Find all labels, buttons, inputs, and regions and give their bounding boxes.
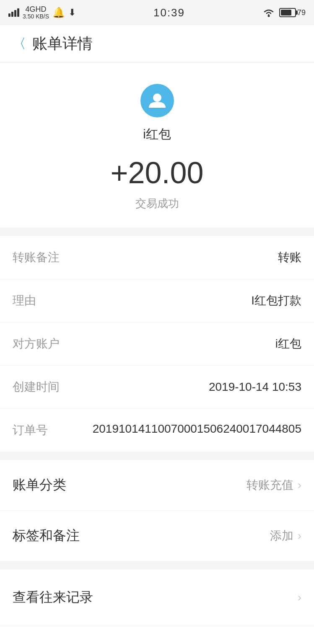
speed-text: 3.50 KB/S [23,13,49,20]
tag-right: 添加 › [270,528,301,544]
tag-value: 添加 [270,528,293,544]
remark-label: 转账备注 [13,249,63,265]
chevron-right-icon-3: › [298,591,301,604]
merchant-avatar [140,84,174,117]
tag-label: 标签和备注 [13,527,80,545]
top-section: i红包 +20.00 交易成功 [0,63,314,228]
orderid-label: 订单号 [13,422,54,438]
header: 〈 账单详情 [0,25,314,63]
counterparty-value: i红包 [275,336,301,352]
merchant-name: i红包 [143,126,171,143]
detail-row-counterparty: 对方账户 i红包 [0,322,314,366]
status-right: 79 [262,8,306,17]
transaction-amount: +20.00 [110,156,203,190]
time-display: 10:39 [153,6,185,19]
svg-point-0 [267,15,270,17]
history-label: 查看往来记录 [13,588,93,607]
detail-section: 转账备注 转账 理由 I红包打款 对方账户 i红包 创建时间 2019-10-1… [0,236,314,452]
battery-container: 79 [279,8,306,17]
time-label: 创建时间 [13,379,63,395]
reason-value: I红包打款 [251,293,301,309]
detail-row-remark: 转账备注 转账 [0,236,314,279]
status-bar: 4GHD 3.50 KB/S 🔔 ⬇ 10:39 79 [0,0,314,25]
action-section: 账单分类 转账充值 › 标签和备注 添加 › [0,460,314,561]
back-arrow-icon: 〈 [13,35,26,53]
remark-value: 转账 [278,249,301,265]
battery-box [279,8,296,17]
signal-icon [8,8,19,17]
time-value: 2019-10-14 10:53 [209,380,301,394]
category-right: 转账充值 › [247,477,301,493]
detail-row-time: 创建时间 2019-10-14 10:53 [0,366,314,409]
download-icon: ⬇ [68,7,76,18]
status-left: 4GHD 3.50 KB/S 🔔 ⬇ [8,5,76,20]
action-row-tag[interactable]: 标签和备注 添加 › [0,511,314,561]
links-section: 查看往来记录 › 对此订单有疑问 › [0,569,314,644]
battery-text: 79 [297,8,306,17]
link-row-dispute[interactable]: 对此订单有疑问 › [0,626,314,644]
category-value: 转账充值 [247,477,293,493]
detail-row-reason: 理由 I红包打款 [0,279,314,322]
network-text: 4GHD [26,5,47,13]
reason-label: 理由 [13,293,63,309]
wifi-icon [262,8,275,17]
battery-fill [281,10,291,16]
svg-point-1 [153,93,161,102]
chevron-right-icon-2: › [298,529,301,543]
bell-icon: 🔔 [52,7,65,18]
link-row-history[interactable]: 查看往来记录 › [0,569,314,626]
action-row-category[interactable]: 账单分类 转账充值 › [0,460,314,511]
detail-row-orderid: 订单号 20191014110070001506240017044805 [0,409,314,452]
transaction-status: 交易成功 [135,196,179,211]
orderid-value: 20191014110070001506240017044805 [63,422,301,436]
page-title: 账单详情 [32,34,93,54]
person-icon [147,90,168,111]
category-label: 账单分类 [13,476,66,494]
back-button[interactable]: 〈 [13,35,26,53]
chevron-right-icon: › [298,478,301,492]
counterparty-label: 对方账户 [13,336,63,352]
